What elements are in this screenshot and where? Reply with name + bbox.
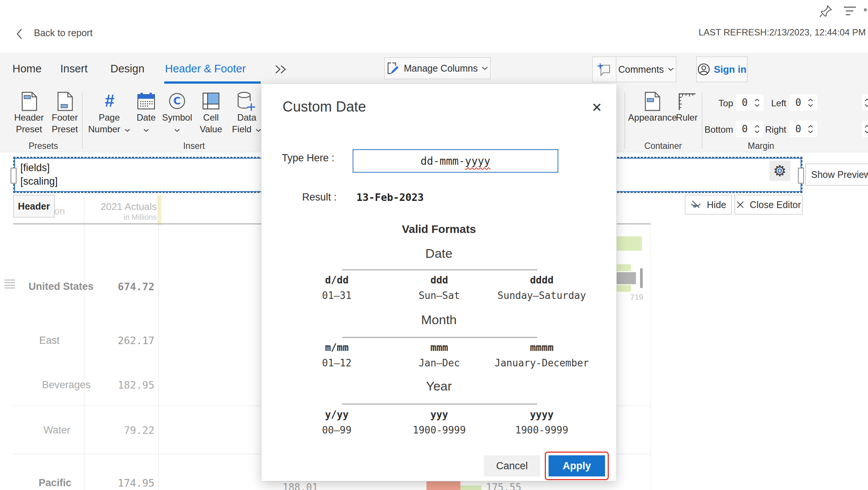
group-divider xyxy=(625,92,625,149)
filter-icon[interactable] xyxy=(843,6,857,17)
copyright-icon: C xyxy=(168,92,186,110)
resize-handle-right[interactable] xyxy=(798,168,804,184)
format-code: yyyy xyxy=(470,409,613,420)
actuals-column-subheader: in Millions xyxy=(75,213,157,222)
sign-in-button[interactable]: Sign in xyxy=(696,57,747,82)
back-label[interactable]: Back to report xyxy=(34,28,147,38)
close-editor-button[interactable]: Close Editor xyxy=(735,195,802,214)
edge-stepper-partial[interactable] xyxy=(862,121,868,137)
tab-header-footer[interactable]: Header & Footer xyxy=(165,63,246,75)
target-tick xyxy=(640,268,643,288)
dialog-close-button[interactable]: ✕ xyxy=(591,100,602,115)
data-field-button[interactable] xyxy=(236,91,255,112)
table-row-value: 262.17 xyxy=(75,335,154,346)
add-comment-button[interactable] xyxy=(592,57,616,82)
chevron-down-icon xyxy=(668,67,674,71)
svg-text:C: C xyxy=(173,95,181,107)
cancel-button[interactable]: Cancel xyxy=(484,455,540,476)
insert-group-label: Insert xyxy=(171,141,217,151)
header-settings-button[interactable]: ⚙ xyxy=(769,161,790,181)
tab-design[interactable]: Design xyxy=(110,63,144,75)
format-code: dddd xyxy=(470,274,613,286)
page-number-button[interactable]: # xyxy=(101,90,118,111)
cell-value-button[interactable] xyxy=(202,92,220,110)
margin-top-stepper[interactable]: 0 xyxy=(736,94,764,111)
ruler-button[interactable] xyxy=(677,92,696,111)
format-range: January-December xyxy=(470,357,613,369)
pin-icon[interactable] xyxy=(818,4,833,19)
margin-right-stepper[interactable]: 0 xyxy=(789,121,817,137)
custom-date-dialog: Custom Date ✕ Type Here : dd-mmm-yyyy Re… xyxy=(261,84,616,481)
appearance-icon xyxy=(644,92,661,111)
symbol-button[interactable]: C xyxy=(168,92,186,110)
result-label: Result : xyxy=(302,191,337,203)
section-divider xyxy=(342,337,537,338)
margin-left-stepper[interactable]: 0 xyxy=(789,94,817,111)
salmon-bar xyxy=(426,481,460,490)
chevron-down-icon xyxy=(143,129,149,132)
manage-columns-button[interactable]: Manage Columns xyxy=(384,57,491,79)
container-group-label: Container xyxy=(640,141,686,151)
manage-columns-icon xyxy=(387,61,400,75)
chevron-down-icon xyxy=(808,130,813,133)
kebab-menu-icon[interactable] xyxy=(864,8,867,11)
appearance-button[interactable] xyxy=(644,92,661,111)
bar-data-label: 719 xyxy=(621,292,653,302)
table-row-value: 674.72 xyxy=(75,281,154,292)
column-divider xyxy=(158,224,159,490)
partial-row-value: 175.55 xyxy=(486,482,524,490)
margin-bottom-label: Bottom xyxy=(692,124,733,135)
format-range: Sunday–Saturday xyxy=(470,290,613,301)
chevron-down-icon xyxy=(174,129,180,132)
header-preset-icon xyxy=(21,92,38,111)
sign-in-label: Sign in xyxy=(714,64,747,75)
tab-home[interactable]: Home xyxy=(12,63,41,75)
date-button[interactable] xyxy=(137,92,156,110)
hide-label: Hide xyxy=(707,199,726,210)
margin-left-label: Left xyxy=(762,97,786,109)
input-value: dd-mmm- xyxy=(420,155,465,167)
close-icon xyxy=(736,201,744,209)
hide-button[interactable]: Hide xyxy=(685,195,732,214)
dialog-title: Custom Date xyxy=(283,99,366,115)
ruler-icon xyxy=(677,92,696,111)
app-window: Back to report LAST REFRESH:2/13/2023, 1… xyxy=(0,0,868,490)
back-chevron-icon xyxy=(16,28,23,40)
margin-right-label: Right xyxy=(758,124,786,135)
section-divider xyxy=(342,404,537,404)
format-section-title: Date xyxy=(261,246,616,261)
result-value: 13-Feb-2023 xyxy=(356,191,424,203)
header-section-tab[interactable]: Header xyxy=(13,195,55,217)
custom-date-input[interactable]: dd-mmm-yyyy xyxy=(353,149,558,173)
chevron-down-icon xyxy=(864,104,868,107)
data-field-icon xyxy=(236,91,255,112)
apply-button[interactable]: Apply xyxy=(549,455,605,476)
chevron-down-icon xyxy=(754,104,760,107)
chevron-down-icon xyxy=(255,129,261,132)
format-section-title: Month xyxy=(261,312,616,327)
edge-stepper-partial[interactable] xyxy=(862,94,868,111)
table-row-value: 182.95 xyxy=(75,379,154,391)
header-preset-button[interactable] xyxy=(21,92,38,111)
table-row-value: 79.22 xyxy=(75,424,154,436)
show-preview-button[interactable]: Show Preview xyxy=(805,164,868,185)
margin-top-label: Top xyxy=(700,97,733,109)
row-drag-handle-icon[interactable] xyxy=(5,280,15,288)
tab-insert[interactable]: Insert xyxy=(60,63,88,75)
group-divider xyxy=(82,92,83,149)
format-section-title: Year xyxy=(261,379,616,394)
manage-columns-label: Manage Columns xyxy=(404,63,478,74)
resize-handle-left[interactable] xyxy=(11,168,17,184)
footer-preset-icon xyxy=(57,92,74,111)
person-icon xyxy=(697,63,710,76)
footer-preset-label[interactable]: Footer Preset xyxy=(42,112,87,135)
chevron-down-icon xyxy=(864,130,868,133)
valid-formats-title: Valid Formats xyxy=(261,223,616,236)
comments-button[interactable]: Comments xyxy=(616,57,676,82)
chevron-up-icon xyxy=(864,125,868,128)
ribbon-overflow-icon[interactable] xyxy=(274,64,288,75)
footer-preset-button[interactable] xyxy=(57,92,74,111)
green-bar xyxy=(460,485,481,490)
ruler-label[interactable]: Ruler xyxy=(666,112,708,123)
chevron-up-icon xyxy=(864,98,868,102)
